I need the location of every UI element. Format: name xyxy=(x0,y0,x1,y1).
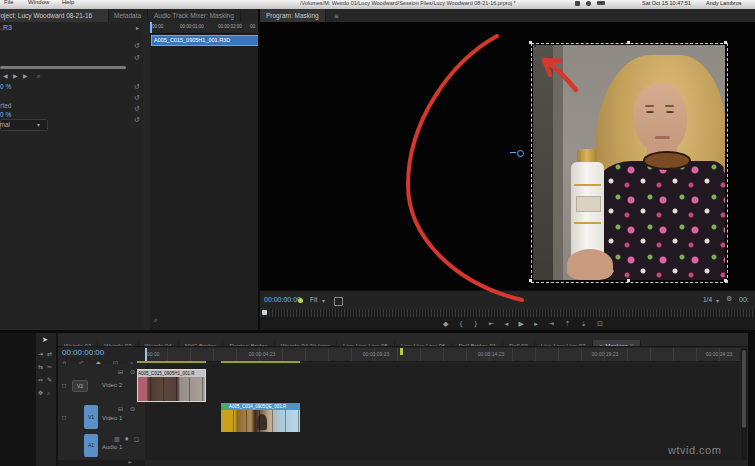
tab-sequence[interactable]: Weirdo 04 Alt Intro xyxy=(275,341,337,347)
tab-sequence[interactable]: NYC Bridge xyxy=(179,341,224,347)
mark-in-icon[interactable]: { xyxy=(459,320,463,328)
tab-sequence[interactable]: Weirdo 02 xyxy=(58,341,98,347)
track-target-v2[interactable]: V2 xyxy=(72,380,88,392)
menu-help[interactable]: Help xyxy=(62,0,74,5)
source-patch-a1[interactable]: A1 xyxy=(84,434,98,457)
timeline-playhead[interactable] xyxy=(145,348,147,361)
track-header-a1[interactable]: ▥ ♦ ◻ A1 Audio 1 xyxy=(58,432,145,461)
tab-sequence-masking[interactable]: × Masking ≡ xyxy=(593,340,642,347)
program-timecode[interactable]: 00:00:00:00 xyxy=(264,296,301,303)
clip-v1[interactable]: A005_C034_0905QE_003.R xyxy=(221,403,300,432)
tab-metadata[interactable]: Metadata xyxy=(108,9,148,22)
reset-icon[interactable]: ↺ xyxy=(134,105,140,113)
tab-sequence[interactable]: Weirdo 03 xyxy=(98,341,138,347)
eye-icon[interactable]: ⊙ xyxy=(130,405,135,412)
menubar-user[interactable]: Andy Lambros xyxy=(706,0,741,6)
sequence-marker[interactable] xyxy=(400,348,403,355)
lock-icon[interactable]: ◻ xyxy=(62,382,66,388)
add-marker-icon[interactable]: ◆ xyxy=(443,320,448,328)
slip-tool[interactable]: ⇔ xyxy=(38,376,43,383)
mask-handle[interactable] xyxy=(529,279,532,282)
ec-playhead[interactable] xyxy=(150,22,152,33)
reset-icon[interactable]: ↺ xyxy=(134,94,140,102)
go-to-out-icon[interactable]: ⇥ xyxy=(548,320,554,328)
pen-tool[interactable]: ✎ xyxy=(47,376,52,383)
tab-sequence[interactable]: Live Live Live 05 xyxy=(337,341,395,347)
step-back-icon[interactable]: ◂ xyxy=(505,320,509,328)
mask-search-icon[interactable]: ⌕ xyxy=(37,72,41,80)
mask-handle[interactable] xyxy=(627,41,630,44)
track-select-tool[interactable]: ⇥ xyxy=(38,350,43,357)
track-mask-forward-one-icon[interactable]: ▶ xyxy=(23,72,28,79)
tab-program-masking[interactable]: Program: Masking xyxy=(260,9,326,22)
mic-icon[interactable]: ◻ xyxy=(134,435,139,442)
track-mask-backward-icon[interactable]: ◀ xyxy=(3,72,8,79)
step-forward-icon[interactable]: ▸ xyxy=(534,320,538,328)
tab-audio-track-mixer[interactable]: Audio Track Mixer: Masking xyxy=(148,9,241,22)
zoom-tool[interactable]: ⌕ xyxy=(47,389,50,397)
mask-handle[interactable] xyxy=(724,41,727,44)
record-arm-icon[interactable]: ♦ xyxy=(124,435,129,442)
ec-ruler[interactable]: 00:00 00:00:01:00 00:00:02:00 00: xyxy=(150,22,258,34)
fit-select[interactable]: Fit xyxy=(310,296,317,303)
clip-v2[interactable]: A005_C015_0905H1_001.R xyxy=(137,369,206,402)
mask-control-point[interactable] xyxy=(517,150,524,157)
tab-project[interactable]: Project: Lucy Woodward 08-21-16 xyxy=(0,9,109,22)
hand-tool[interactable]: ✥ xyxy=(38,389,43,396)
timeline-vscrollbar[interactable] xyxy=(741,348,747,460)
reset-icon[interactable]: ↺ xyxy=(134,42,140,50)
panel-menu-icon[interactable]: ≡ xyxy=(334,12,339,19)
timeline-ruler[interactable]: 00:00 00:00:04:23 00:00:09:23 00:00:14:2… xyxy=(145,348,740,362)
tab-sequence[interactable]: Denton Bridge xyxy=(223,341,274,347)
panel-menu-icon[interactable]: ≡ xyxy=(629,342,634,347)
reset-icon[interactable]: ↺ xyxy=(134,83,140,91)
program-scrub-bar[interactable] xyxy=(260,309,755,317)
mark-out-icon[interactable]: } xyxy=(474,320,478,328)
meter-icon[interactable]: ▥ xyxy=(114,435,120,442)
settings-box-icon[interactable] xyxy=(334,297,343,306)
lift-icon[interactable]: ⇡ xyxy=(565,320,571,328)
blend-mode-dropdown[interactable]: Normal ▾ xyxy=(0,119,48,131)
mask-handle[interactable] xyxy=(627,279,630,282)
tab-sequence[interactable]: Doll 02 xyxy=(503,341,535,347)
wifi-icon[interactable] xyxy=(586,1,591,6)
playback-resolution[interactable]: 1/4 xyxy=(703,296,712,303)
selection-tool[interactable]: ➤ xyxy=(42,336,48,344)
track-label[interactable]: Video 2 xyxy=(102,382,122,388)
mask-feather-value[interactable]: 0 % xyxy=(0,83,11,90)
zoom-icon[interactable]: ⌕ xyxy=(154,316,158,324)
track-header-v1[interactable]: ⊟ ⊙ ◻ V1 Video 1 xyxy=(58,402,145,433)
tab-sequence[interactable]: Weirdo 04 xyxy=(139,341,179,347)
chevron-down-icon[interactable]: ▾ xyxy=(716,297,719,304)
track-header-v2[interactable]: ⊟ ⊙ ◻ V2 Video 2 xyxy=(58,364,145,403)
program-video-area[interactable]: ➤ xyxy=(260,22,755,290)
ec-selected-clip[interactable]: A005_C015_0905H1_001.R3D xyxy=(151,35,258,46)
menu-file[interactable]: File xyxy=(4,0,14,5)
extract-icon[interactable]: ⇣ xyxy=(581,320,587,328)
eye-icon[interactable]: ⊙ xyxy=(130,368,135,375)
opacity-value[interactable]: 0 % xyxy=(0,111,11,118)
menu-window[interactable]: Window xyxy=(28,0,49,5)
tab-sequence[interactable]: Live Live Live 06 xyxy=(395,341,453,347)
sync-lock-icon[interactable]: ⊟ xyxy=(118,368,123,375)
source-patch-v1[interactable]: V1 xyxy=(84,405,98,429)
go-to-in-icon[interactable]: ⇤ xyxy=(488,320,494,328)
razor-tool[interactable]: ✂ xyxy=(47,363,52,370)
mask-handle[interactable] xyxy=(724,279,727,282)
jump-to-start-icon[interactable]: ⇤ xyxy=(128,459,132,465)
track-mask-forward-icon[interactable]: ▶ xyxy=(13,72,18,79)
chevron-down-icon[interactable]: ▾ xyxy=(322,297,325,304)
tab-sequence[interactable]: Doll Bridge 01 xyxy=(452,341,503,347)
reset-icon[interactable]: ↺ xyxy=(134,116,140,124)
status-icon[interactable] xyxy=(575,1,580,6)
ripple-edit-tool[interactable]: ⇄ xyxy=(47,350,52,357)
rate-stretch-tool[interactable]: ⇆ xyxy=(38,363,43,370)
wrench-icon[interactable]: ⚙ xyxy=(726,295,732,303)
scrub-playhead[interactable] xyxy=(262,310,267,315)
sync-lock-icon[interactable]: ⊟ xyxy=(118,405,123,412)
play-icon[interactable]: ▶ xyxy=(519,320,524,328)
export-frame-icon[interactable]: ⊡ xyxy=(597,320,603,328)
timeline-timecode[interactable]: 00:00:00:00 xyxy=(62,348,104,357)
track-label[interactable]: Video 1 xyxy=(102,415,122,421)
mask-feather-slider[interactable] xyxy=(0,66,126,69)
